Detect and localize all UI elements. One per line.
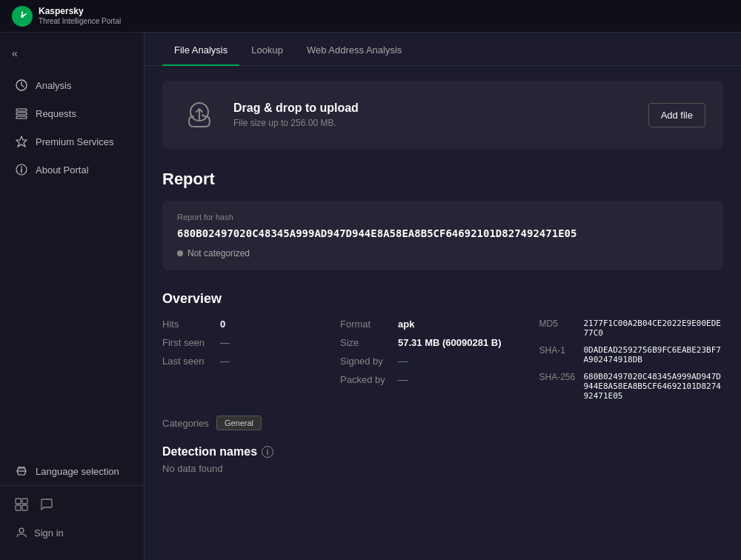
not-categorized: Not categorized [177, 248, 708, 259]
svg-point-1 [21, 15, 24, 18]
hits-key: Hits [162, 319, 214, 330]
svg-rect-5 [16, 116, 27, 119]
overview-hits: Hits 0 [162, 319, 325, 330]
main-layout: « Analysis Requests [0, 33, 741, 560]
first-seen-value: — [220, 337, 230, 348]
size-value: 57.31 MB (60090281 B) [398, 337, 501, 348]
upload-icon [180, 96, 219, 134]
tab-file-analysis[interactable]: File Analysis [162, 33, 239, 66]
categories-row: Categories General [162, 416, 723, 430]
overview-middle: Format apk Size 57.31 MB (60090281 B) Si… [340, 319, 525, 401]
status-text: Not categorized [187, 248, 250, 259]
md5-value: 2177F1C00A2B04CE2022E9E00EDE77C0 [584, 319, 724, 338]
packed-by-key: Packed by [340, 374, 392, 385]
sidebar-item-label: Requests [36, 108, 76, 119]
sidebar-divider [0, 184, 144, 457]
overview-first-seen: First seen — [162, 337, 325, 348]
svg-rect-12 [16, 505, 21, 510]
upload-subtitle: File size up to 256.00 MB. [233, 118, 634, 128]
tab-web-address[interactable]: Web Address Analysis [295, 33, 413, 66]
hash-value: 680B02497020C48345A999AD947D944E8A58EA8B… [177, 227, 708, 239]
category-badge: General [216, 416, 262, 430]
hash-box: Report for hash 680B02497020C48345A999AD… [162, 201, 723, 270]
sidebar-bottom: Sign in [0, 485, 144, 551]
overview-size: Size 57.31 MB (60090281 B) [340, 337, 525, 348]
hits-value: 0 [220, 319, 225, 330]
last-seen-key: Last seen [162, 356, 214, 367]
sha256-value: 680B02497020C48345A999AD947D944E8A58EA8B… [584, 372, 724, 401]
overview-grid: Hits 0 First seen — Last seen — Fo [162, 319, 723, 401]
hash-md5: MD5 2177F1C00A2B04CE2022E9E00EDE77C0 [539, 319, 724, 338]
report-section-title: Report [162, 170, 723, 189]
format-value: apk [398, 319, 414, 330]
sidebar-item-label: Analysis [36, 80, 71, 91]
detection-names-title: Detection names i [162, 445, 723, 459]
detection-info-icon[interactable]: i [262, 446, 273, 458]
signed-by-value: — [398, 356, 408, 367]
detection-names-label: Detection names [162, 445, 257, 459]
upload-text: Drag & drop to upload File size up to 25… [233, 101, 634, 128]
svg-point-9 [21, 167, 22, 168]
packed-by-value: — [398, 374, 408, 385]
sidebar-item-about[interactable]: About Portal [0, 156, 144, 184]
hash-sha256: SHA-256 680B02497020C48345A999AD947D944E… [539, 372, 724, 401]
requests-icon [15, 107, 28, 120]
logo-name: Kaspersky [39, 6, 121, 16]
tab-bar: File Analysis Lookup Web Address Analysi… [144, 33, 741, 66]
overview-packed-by: Packed by — [340, 374, 525, 385]
upload-title: Drag & drop to upload [233, 101, 634, 115]
svg-point-14 [19, 528, 24, 533]
overview-last-seen: Last seen — [162, 356, 325, 367]
svg-rect-3 [16, 109, 27, 111]
overview-signed-by: Signed by — [340, 356, 525, 367]
add-file-button[interactable]: Add file [648, 103, 705, 127]
svg-marker-6 [16, 136, 27, 147]
svg-rect-10 [16, 499, 21, 504]
sidebar-language-label: Language selection [36, 466, 119, 477]
logo-subtitle: Threat Intelligence Portal [39, 17, 121, 26]
overview-title: Overview [162, 291, 723, 307]
sha1-value: 0DADEAD2592756B9FC6EABE23BF7A902474918DB [584, 345, 724, 364]
overview-left: Hits 0 First seen — Last seen — [162, 319, 325, 401]
status-dot [177, 250, 183, 256]
sidebar: « Analysis Requests [0, 33, 144, 560]
svg-rect-11 [22, 499, 27, 504]
hash-sha1: SHA-1 0DADEAD2592756B9FC6EABE23BF7A90247… [539, 345, 724, 364]
overview-format: Format apk [340, 319, 525, 330]
premium-icon [15, 135, 28, 148]
analysis-icon [15, 79, 28, 92]
topbar: Kaspersky Threat Intelligence Portal [0, 0, 741, 33]
sha1-key: SHA-1 [539, 345, 578, 356]
about-icon [15, 163, 28, 176]
main-content: File Analysis Lookup Web Address Analysi… [144, 33, 741, 560]
sidebar-collapse-button[interactable]: « [0, 41, 144, 65]
sidebar-item-requests[interactable]: Requests [0, 99, 144, 127]
sidebar-item-label: About Portal [36, 164, 89, 176]
sidebar-bottom-icon1[interactable] [15, 498, 28, 514]
md5-key: MD5 [539, 319, 578, 329]
sidebar-item-language[interactable]: Language selection [0, 457, 144, 485]
sidebar-item-label: Premium Services [36, 136, 113, 147]
upload-box: Drag & drop to upload File size up to 25… [162, 81, 723, 149]
sidebar-bottom-icon2[interactable] [40, 498, 53, 514]
logo-text: Kaspersky Threat Intelligence Portal [39, 6, 121, 25]
format-key: Format [340, 319, 392, 330]
sign-in-icon [15, 526, 28, 539]
sidebar-item-premium[interactable]: Premium Services [0, 127, 144, 156]
sha256-key: SHA-256 [539, 372, 578, 382]
size-key: Size [340, 337, 392, 348]
language-icon [15, 464, 28, 478]
hash-label: Report for hash [177, 213, 708, 221]
first-seen-key: First seen [162, 337, 214, 348]
svg-rect-4 [16, 113, 27, 115]
sidebar-sign-in[interactable]: Sign in [0, 520, 144, 545]
logo: Kaspersky Threat Intelligence Portal [12, 6, 121, 27]
sidebar-bottom-icons [0, 492, 144, 520]
tab-lookup[interactable]: Lookup [239, 33, 295, 66]
page-content: Drag & drop to upload File size up to 25… [144, 66, 741, 560]
categories-label: Categories [162, 418, 209, 429]
sidebar-item-analysis[interactable]: Analysis [0, 71, 144, 99]
logo-icon [12, 6, 33, 27]
svg-rect-13 [22, 505, 27, 510]
last-seen-value: — [220, 356, 230, 367]
